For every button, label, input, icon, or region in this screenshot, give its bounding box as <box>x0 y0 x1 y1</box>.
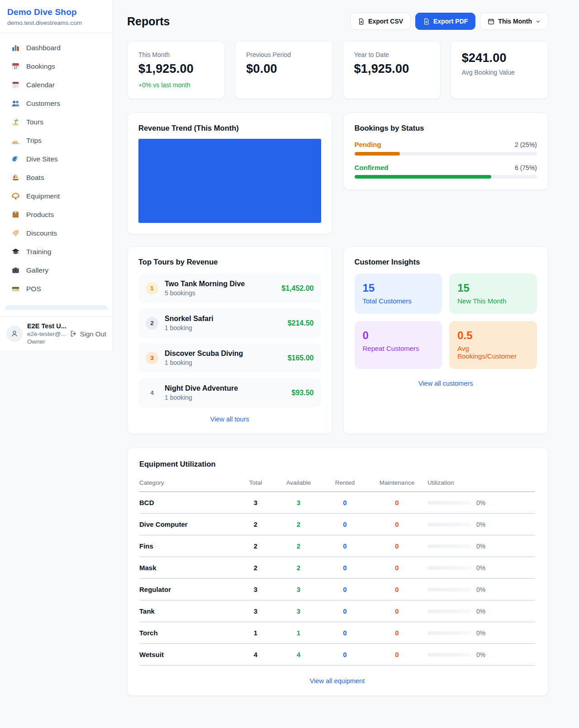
sign-out-button[interactable]: Sign Out <box>70 330 106 338</box>
panel-title: Top Tours by Revenue <box>138 258 321 266</box>
sidebar-item-dive-sites[interactable]: Dive Sites <box>0 150 113 168</box>
tour-row: 4 Night Dive Adventure 1 booking $93.50 <box>138 378 321 407</box>
shop-domain: demo.test.divestreams.com <box>7 19 105 26</box>
tile-new-this-month: 15 New This Month <box>449 274 537 314</box>
tour-name: Two Tank Morning Dive <box>165 280 275 288</box>
tour-name: Discover Scuba Diving <box>165 350 281 358</box>
stat-card-avg-booking-value: $241.00 Avg Booking Value <box>451 41 548 99</box>
available-cell: 2 <box>274 564 323 572</box>
category-cell: Dive Computer <box>139 520 237 528</box>
rank-badge: 4 <box>146 387 158 399</box>
sidebar-item-tours[interactable]: Tours <box>0 113 113 131</box>
sidebar-item-pos[interactable]: POS <box>0 279 113 298</box>
stat-label: This Month <box>138 51 214 58</box>
tour-bookings: 1 booking <box>165 394 285 401</box>
rented-cell: 0 <box>323 607 366 615</box>
sidebar-item-label: Dive Sites <box>26 155 58 163</box>
rank-badge: 1 <box>146 282 158 295</box>
category-cell: Fins <box>139 542 237 550</box>
progress-fill <box>355 152 400 156</box>
svg-text:17: 17 <box>14 66 17 70</box>
sidebar-item-calendar[interactable]: Calendar <box>0 76 113 94</box>
insights-row: Top Tours by Revenue 1 Two Tank Morning … <box>127 246 548 434</box>
total-cell: 2 <box>237 542 274 550</box>
utilization-pct: 0% <box>476 521 485 528</box>
available-cell: 3 <box>274 607 323 615</box>
table-row: BCD 3 3 0 0 0% <box>139 492 535 514</box>
column-header: Category <box>139 479 237 486</box>
tile-total-customers: 15 Total Customers <box>355 274 442 314</box>
rented-cell: 0 <box>323 542 366 550</box>
revenue-trend-chart <box>138 139 321 223</box>
wave-icon <box>11 155 20 164</box>
graduation-cap-icon <box>11 247 20 256</box>
sidebar-item-label: Discounts <box>26 229 57 237</box>
speedboat-icon <box>11 136 20 145</box>
file-download-icon <box>358 18 365 25</box>
view-all-tours-link[interactable]: View all tours <box>138 416 321 423</box>
sidebar-item-products[interactable]: Products <box>0 205 113 224</box>
view-all-customers-link[interactable]: View all customers <box>355 380 537 387</box>
sidebar-item-trips[interactable]: Trips <box>0 131 113 150</box>
stat-delta: +0% vs last month <box>138 81 214 89</box>
header-actions: Export CSV Export PDF This Month <box>350 13 548 30</box>
user-footer: E2E Test U... e2e-tester@... Owner Sign … <box>0 317 113 350</box>
category-cell: Wetsuit <box>139 651 237 658</box>
user-role: Owner <box>27 338 65 345</box>
price-tag-icon <box>11 229 20 238</box>
page-title: Reports <box>127 15 170 28</box>
sidebar-item-label: Dashboard <box>26 44 61 52</box>
export-pdf-button[interactable]: Export PDF <box>415 13 475 30</box>
available-cell: 4 <box>274 651 323 658</box>
column-header: Available <box>274 479 323 486</box>
main-content: Reports Export CSV Export PDF This Month… <box>113 0 579 728</box>
sidebar-item-reports-partial[interactable] <box>5 305 108 310</box>
sidebar-item-customers[interactable]: Customers <box>0 94 113 113</box>
sidebar-item-equipment[interactable]: Equipment <box>0 187 113 205</box>
bar-chart-icon <box>11 43 20 52</box>
status-value: 2 (25%) <box>515 141 537 148</box>
column-header: Rented <box>323 479 366 486</box>
tile-avg-bookings: 0.5 Avg Bookings/Customer <box>449 321 537 369</box>
revenue-trend-panel: Revenue Trend (This Month) <box>127 113 332 234</box>
column-header: Total <box>237 479 274 486</box>
table-row: Dive Computer 2 2 0 0 0% <box>139 514 535 535</box>
sidebar-item-label: Customers <box>26 99 60 108</box>
panel-title: Equipment Utilization <box>139 460 535 468</box>
export-csv-button[interactable]: Export CSV <box>350 13 411 30</box>
rank-badge: 3 <box>146 352 158 364</box>
tile-value: 0 <box>363 329 434 342</box>
rented-cell: 0 <box>323 520 366 528</box>
sidebar-item-dashboard[interactable]: Dashboard <box>0 38 113 57</box>
tile-value: 15 <box>363 282 434 294</box>
maintenance-cell: 0 <box>366 651 427 658</box>
sidebar-item-discounts[interactable]: Discounts <box>0 224 113 242</box>
sidebar-item-label: Products <box>26 211 54 219</box>
view-all-equipment-link[interactable]: View all equipment <box>139 677 535 685</box>
sidebar-item-label: Equipment <box>26 192 60 200</box>
sidebar-item-boats[interactable]: Boats <box>0 168 113 187</box>
maintenance-cell: 0 <box>366 520 427 528</box>
maintenance-cell: 0 <box>366 542 427 550</box>
table-header-row: Category Total Available Rented Maintena… <box>139 477 535 492</box>
table-row: Regulator 3 3 0 0 0% <box>139 579 535 600</box>
status-row-pending: Pending 2 (25%) <box>355 141 537 156</box>
sidebar-item-training[interactable]: Training <box>0 242 113 261</box>
period-dropdown[interactable]: This Month <box>480 13 548 30</box>
sidebar-item-gallery[interactable]: Gallery <box>0 261 113 279</box>
stat-card-year-to-date: Year to Date $1,925.00 <box>343 41 441 99</box>
table-row: Fins 2 2 0 0 0% <box>139 535 535 557</box>
customer-insights-panel: Customer Insights 15 Total Customers 15 … <box>343 246 549 434</box>
tour-bookings: 5 bookings <box>165 289 275 297</box>
tour-amount: $165.00 <box>288 354 314 362</box>
sidebar-item-label: Tours <box>26 118 43 126</box>
sidebar-item-label: Boats <box>26 174 44 182</box>
bookings-by-status-panel: Bookings by Status Pending 2 (25%) Confi… <box>343 113 549 190</box>
category-cell: Regulator <box>139 586 237 593</box>
sidebar-item-bookings[interactable]: 17 Bookings <box>0 57 113 76</box>
utilization-cell: 0% <box>427 586 535 593</box>
notepad-calendar-icon <box>11 80 20 90</box>
sidebar-item-label: Training <box>26 248 51 256</box>
column-header: Utilization <box>427 479 535 486</box>
utilization-cell: 0% <box>427 608 535 615</box>
